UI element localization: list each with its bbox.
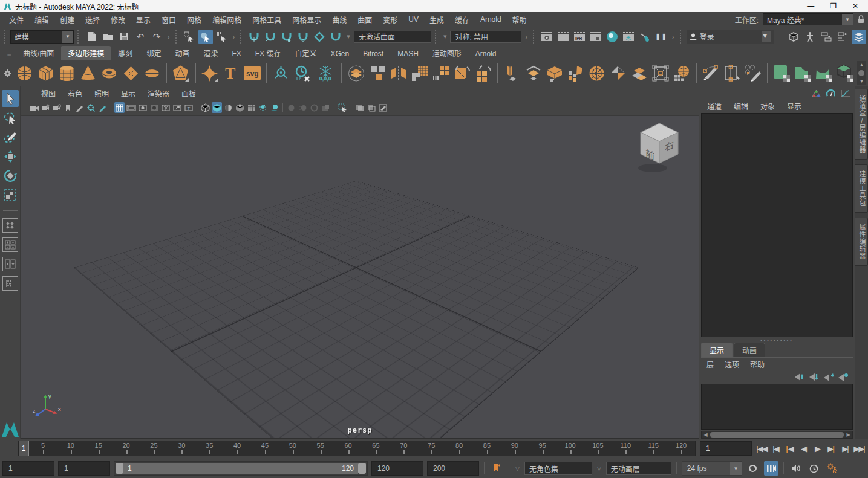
snap-to-projected-center-button[interactable] <box>296 30 310 44</box>
resolution-gate-icon[interactable] <box>137 102 148 113</box>
shelf-tab[interactable]: 绑定 <box>140 46 168 60</box>
range-bar[interactable]: 1 120 <box>123 463 358 474</box>
gate-mask-icon[interactable] <box>149 102 159 113</box>
active-surface-field[interactable]: 无激活曲面 <box>354 31 431 43</box>
login-control[interactable]: 登录 ▼ <box>687 30 774 44</box>
sidebar-vertical-tab[interactable]: 通道盒/层编辑器 <box>855 89 868 160</box>
time-tick[interactable]: 115 <box>639 441 667 456</box>
section-separator[interactable] <box>77 30 80 44</box>
time-tick[interactable]: 95 <box>529 441 556 456</box>
menu-item[interactable]: 生成 <box>424 13 449 27</box>
go-to-end-button[interactable]: ▶▶| <box>853 444 864 453</box>
collapse-arrow-icon[interactable]: › <box>670 33 676 40</box>
multi-cut-icon[interactable] <box>701 63 720 83</box>
poly-cylinder-icon[interactable] <box>57 63 77 83</box>
open-scene-button[interactable] <box>100 30 115 44</box>
layout-two-pane-button[interactable] <box>2 257 18 271</box>
subdivide-icon[interactable] <box>431 63 451 83</box>
shelf-tab[interactable]: 多边形建模 <box>61 46 111 60</box>
bridge-icon[interactable] <box>545 63 564 83</box>
menu-item[interactable]: 变形 <box>377 13 403 27</box>
auto-keyframe-button[interactable] <box>764 461 778 476</box>
section-separator[interactable] <box>175 30 178 44</box>
chevron-down-icon[interactable]: ▽ <box>514 465 521 471</box>
select-by-object-button[interactable] <box>198 30 213 44</box>
section-separator[interactable] <box>680 30 683 44</box>
anim-curve-icon[interactable] <box>841 89 850 97</box>
time-tick[interactable]: 120 <box>667 441 695 456</box>
go-to-start-button[interactable]: |◀◀ <box>756 444 767 453</box>
select-camera-icon[interactable] <box>28 102 39 113</box>
poly-disc-icon[interactable] <box>142 63 162 83</box>
poly-text-icon[interactable]: T <box>221 63 241 83</box>
wireframe-display-icon[interactable] <box>200 102 210 113</box>
insert-edge-loop-icon[interactable] <box>722 63 742 83</box>
chevron-down-icon[interactable]: ▾ <box>442 33 449 40</box>
time-tick[interactable]: 45 <box>251 441 279 456</box>
lattice-icon[interactable] <box>651 63 670 83</box>
new-scene-button[interactable] <box>84 30 99 44</box>
playback-loop-button[interactable] <box>746 461 760 476</box>
menu-item[interactable]: UV <box>403 13 424 25</box>
shelf-tab[interactable]: FX 缓存 <box>249 46 288 60</box>
shelf-tab[interactable]: 动画 <box>168 46 196 60</box>
current-time-field[interactable]: 1 <box>700 441 752 456</box>
separate-icon[interactable] <box>368 63 387 83</box>
layout-outliner-persp-button[interactable] <box>2 276 18 291</box>
time-tick[interactable]: 75 <box>417 441 445 456</box>
exposure-contrast-icon[interactable] <box>377 102 388 113</box>
poly-torus-icon[interactable] <box>100 63 119 83</box>
flip-icon[interactable] <box>609 63 628 83</box>
menu-item[interactable]: Arnold <box>475 13 507 25</box>
modeling-toolkit-toggle[interactable] <box>786 30 801 44</box>
time-tick[interactable]: 40 <box>223 441 251 456</box>
time-tick[interactable]: 35 <box>195 441 223 456</box>
time-tick[interactable]: 50 <box>279 441 307 456</box>
move-layer-up-icon[interactable] <box>794 373 804 381</box>
drag-handle[interactable] <box>4 30 7 44</box>
use-all-lights-icon[interactable] <box>258 102 268 113</box>
time-tick[interactable]: 10 <box>57 441 85 456</box>
layer-list[interactable] <box>701 384 853 430</box>
channel-box-menu-item[interactable]: 通道 <box>701 99 728 114</box>
time-tick[interactable]: 90 <box>501 441 529 456</box>
image-plane-icon[interactable] <box>74 102 85 113</box>
channel-display-mode-icon[interactable] <box>812 89 821 97</box>
layer-editor-menu-item[interactable]: 选项 <box>719 357 745 371</box>
grid-toggle-icon[interactable] <box>114 102 125 113</box>
time-tick[interactable]: 20 <box>113 441 140 456</box>
select-by-hierarchy-button[interactable] <box>182 30 197 44</box>
select-tool[interactable] <box>2 90 19 107</box>
bevel-icon[interactable] <box>524 63 543 83</box>
shelf-tab[interactable]: 运动图形 <box>426 46 468 60</box>
shelf-tab[interactable]: XGen <box>324 48 356 60</box>
shadows-icon[interactable] <box>269 102 279 113</box>
layer-editor-menu-item[interactable]: 层 <box>701 357 719 371</box>
play-forwards-button[interactable]: ▶ <box>812 444 823 453</box>
time-tick[interactable]: 25 <box>140 441 168 456</box>
shelf-tab[interactable]: MASH <box>391 48 425 60</box>
textured-display-icon[interactable] <box>223 102 233 113</box>
panel-menu-item[interactable]: 渲染器 <box>142 86 175 100</box>
symmetry-field[interactable]: 对称: 禁用 <box>450 31 521 43</box>
sidebar-vertical-tab[interactable]: 属性编辑器 <box>855 218 868 266</box>
poly-plane-icon[interactable] <box>121 63 140 83</box>
lock-icon[interactable] <box>858 15 864 24</box>
smooth-shade-display-icon[interactable] <box>212 102 222 113</box>
fill-hole-icon[interactable] <box>566 63 586 83</box>
shelf-tab[interactable]: Arnold <box>469 48 503 60</box>
scroll-left-icon[interactable]: ◀ <box>702 432 710 438</box>
chevron-down-icon[interactable]: ▼ <box>730 462 742 475</box>
anim-layer-field[interactable]: 无动画层 <box>606 462 671 475</box>
menu-item[interactable]: 网格 <box>181 13 207 27</box>
platonic-solid-icon[interactable] <box>171 63 191 83</box>
boolean-union-icon[interactable] <box>772 63 792 83</box>
layout-single-pane-button[interactable] <box>2 218 18 233</box>
create-joint-icon[interactable] <box>272 63 291 83</box>
2d-pan-zoom-icon[interactable] <box>86 102 96 113</box>
menu-item[interactable]: 编辑 <box>29 13 54 27</box>
boolean-slice-icon[interactable] <box>836 63 855 83</box>
menu-item[interactable]: 网格显示 <box>287 13 327 27</box>
attribute-editor-toggle[interactable] <box>819 30 834 44</box>
field-chart-icon[interactable] <box>160 102 171 113</box>
